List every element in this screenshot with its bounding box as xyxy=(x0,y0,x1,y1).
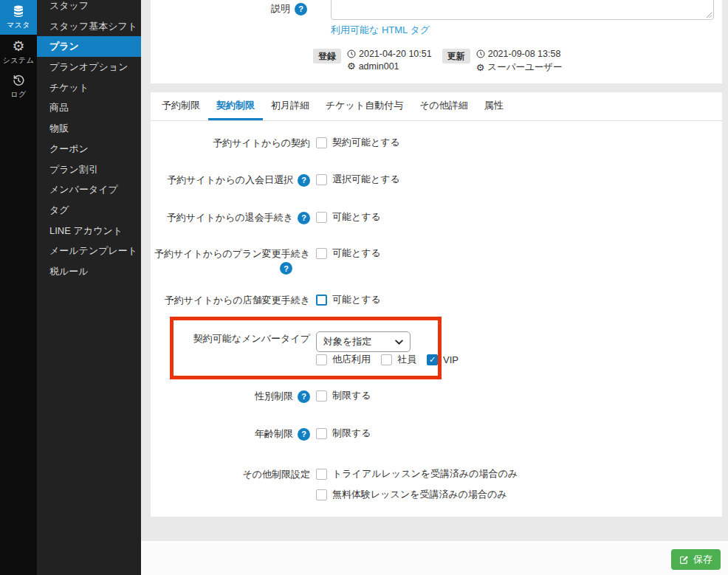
sidebar-item-product[interactable]: 商品 xyxy=(37,97,141,118)
tab-bar: 予約制限 契約制限 初月詳細 チケット自動付与 その他詳細 属性 xyxy=(151,92,722,121)
footer-bar: 保存 xyxy=(141,541,728,575)
checkbox-box[interactable] xyxy=(316,248,327,259)
created-at: 2021-04-20 10:51 xyxy=(359,49,432,59)
created-meta: 登録 2021-04-20 10:51 ⚙ admin001 xyxy=(313,49,432,74)
checkbox-label: 選択可能とする xyxy=(332,173,400,186)
checkbox-age-restrict[interactable]: 制限する xyxy=(316,427,371,440)
checkbox-store-change-allowed[interactable]: 可能とする xyxy=(316,293,381,306)
chevron-down-icon xyxy=(395,340,403,345)
tab-ticket-auto-grant[interactable]: チケット自動付与 xyxy=(317,92,411,120)
rail-item-label: システム xyxy=(3,55,35,66)
created-by: admin001 xyxy=(359,61,399,72)
checkbox-label: VIP xyxy=(443,354,459,365)
rail-item-master[interactable]: マスタ xyxy=(0,0,37,35)
gear-icon: ⚙ xyxy=(12,39,24,53)
rail-item-log[interactable]: ログ xyxy=(0,69,37,104)
form-row-member-type: 契約可能なメンバータイプ 対象を指定 xyxy=(151,331,722,346)
rail-item-system[interactable]: ⚙ システム xyxy=(0,35,37,69)
checkbox-label: 可能とする xyxy=(332,293,381,306)
rail-item-label: マスタ xyxy=(7,20,30,30)
help-icon[interactable]: ? xyxy=(298,174,310,187)
form-row-age-restriction: 年齢制限 ? 制限する xyxy=(151,427,722,441)
checkbox-box[interactable]: ✓ xyxy=(427,354,438,365)
sidebar-item-tag[interactable]: タグ xyxy=(37,200,141,221)
sidebar-item-mail-template[interactable]: メールテンプレート xyxy=(37,241,141,261)
sidebar-item-member-type[interactable]: メンバータイプ xyxy=(37,179,141,200)
tab-other-detail[interactable]: その他詳細 xyxy=(411,92,476,120)
checkbox-box[interactable] xyxy=(316,295,327,306)
checkbox-label: 社員 xyxy=(397,353,416,366)
help-icon[interactable]: ? xyxy=(280,262,292,275)
save-button[interactable]: 保存 xyxy=(671,549,721,570)
checkbox-label: 他店利用 xyxy=(332,353,371,366)
tab-first-month-detail[interactable]: 初月詳細 xyxy=(263,92,317,120)
checkbox-box[interactable] xyxy=(316,489,327,500)
checkbox-box[interactable] xyxy=(316,390,327,402)
description-label-row: 説明 ? xyxy=(151,2,307,16)
history-icon xyxy=(12,74,25,87)
tab-attribute[interactable]: 属性 xyxy=(476,92,512,120)
master-sidebar: スタッフ スタッフ基本シフト プラン プランオプション チケット 商品 物販 ク… xyxy=(37,0,141,575)
sidebar-item-line-account[interactable]: LINE アカウント xyxy=(37,221,141,241)
checkbox-box[interactable] xyxy=(316,354,327,365)
available-html-tags-link[interactable]: 利用可能な HTML タグ xyxy=(331,24,430,37)
checkbox-label: 無料体験レッスンを受講済みの場合のみ xyxy=(332,488,507,501)
checkbox-label: 契約可能とする xyxy=(332,136,400,149)
icon-rail: マスタ ⚙ システム ログ xyxy=(0,0,37,575)
checkbox-box[interactable] xyxy=(316,428,327,439)
checkbox-employee[interactable]: 社員 xyxy=(381,353,416,366)
sidebar-item-coupon[interactable]: クーポン xyxy=(37,139,141,159)
sidebar-item-staff-shift[interactable]: スタッフ基本シフト xyxy=(37,16,141,37)
help-icon[interactable]: ? xyxy=(298,428,310,441)
description-textarea[interactable] xyxy=(331,0,714,20)
row-label: 予約サイトからの契約 xyxy=(213,136,310,151)
form-row-site-contract: 予約サイトからの契約 契約可能とする xyxy=(151,136,722,151)
checkbox-plan-change-allowed[interactable]: 可能とする xyxy=(316,247,381,260)
checkbox-free-trial-lesson-only[interactable]: 無料体験レッスンを受講済みの場合のみ xyxy=(316,488,507,501)
checkbox-gender-restrict[interactable]: 制限する xyxy=(316,389,371,402)
tab-contract-restriction[interactable]: 契約制限 xyxy=(208,92,263,120)
description-card: 説明 ? 利用可能な HTML タグ 登録 2021-04-20 10:51 ⚙… xyxy=(151,0,722,83)
database-icon xyxy=(12,4,25,18)
sidebar-item-staff[interactable]: スタッフ xyxy=(37,0,141,16)
row-label: 予約サイトからの入会日選択 xyxy=(167,173,293,187)
checkbox-box[interactable] xyxy=(316,212,327,223)
help-icon[interactable]: ? xyxy=(295,3,307,16)
save-button-label: 保存 xyxy=(693,553,712,566)
form-row-store-change: 予約サイトからの店舗変更手続き 可能とする xyxy=(151,293,722,308)
created-badge: 登録 xyxy=(313,49,341,63)
edit-icon xyxy=(679,555,689,565)
contract-restriction-card: 予約制限 契約制限 初月詳細 チケット自動付与 その他詳細 属性 予約サイトから… xyxy=(151,92,722,517)
sidebar-item-plan[interactable]: プラン xyxy=(37,36,141,57)
updated-badge: 更新 xyxy=(442,49,470,63)
checkbox-trial-lesson-only[interactable]: トライアルレッスンを受講済みの場合のみ xyxy=(316,467,518,481)
updated-at: 2021-09-08 13:58 xyxy=(488,49,561,59)
form-row-other-restrictions: その他制限設定 トライアルレッスンを受講済みの場合のみ xyxy=(151,467,722,482)
row-label: その他制限設定 xyxy=(242,467,310,482)
row-label: 年齢制限 xyxy=(255,427,293,441)
checkbox-box[interactable] xyxy=(316,174,327,185)
member-type-select[interactable]: 対象を指定 xyxy=(316,331,411,352)
checkbox-box[interactable] xyxy=(381,354,392,365)
clock-icon xyxy=(476,49,485,58)
help-icon[interactable]: ? xyxy=(298,212,310,224)
checkbox-join-date-selectable[interactable]: 選択可能とする xyxy=(316,173,400,186)
checkbox-vip[interactable]: ✓ VIP xyxy=(427,354,459,365)
help-icon[interactable]: ? xyxy=(298,390,310,403)
sidebar-item-tax-rule[interactable]: 税ルール xyxy=(37,261,141,282)
checkbox-box[interactable] xyxy=(316,469,327,480)
sidebar-menu: スタッフ スタッフ基本シフト プラン プランオプション チケット 商品 物販 ク… xyxy=(37,0,141,282)
checkbox-contract-allowed[interactable]: 契約可能とする xyxy=(316,136,400,149)
sidebar-item-plan-option[interactable]: プランオプション xyxy=(37,57,141,78)
tab-reservation-restriction[interactable]: 予約制限 xyxy=(154,92,208,120)
checkbox-label: トライアルレッスンを受講済みの場合のみ xyxy=(332,467,518,481)
sidebar-item-goods[interactable]: 物販 xyxy=(37,118,141,139)
checkbox-box[interactable] xyxy=(316,137,327,148)
sidebar-item-ticket[interactable]: チケット xyxy=(37,78,141,98)
checkbox-other-store-use[interactable]: 他店利用 xyxy=(316,353,371,366)
sidebar-item-plan-discount[interactable]: プラン割引 xyxy=(37,159,141,180)
row-label: 予約サイトからの退会手続き xyxy=(167,210,293,225)
row-label: 性別制限 xyxy=(255,389,293,404)
checkbox-withdrawal-allowed[interactable]: 可能とする xyxy=(316,210,381,224)
checkbox-label: 可能とする xyxy=(332,210,381,224)
